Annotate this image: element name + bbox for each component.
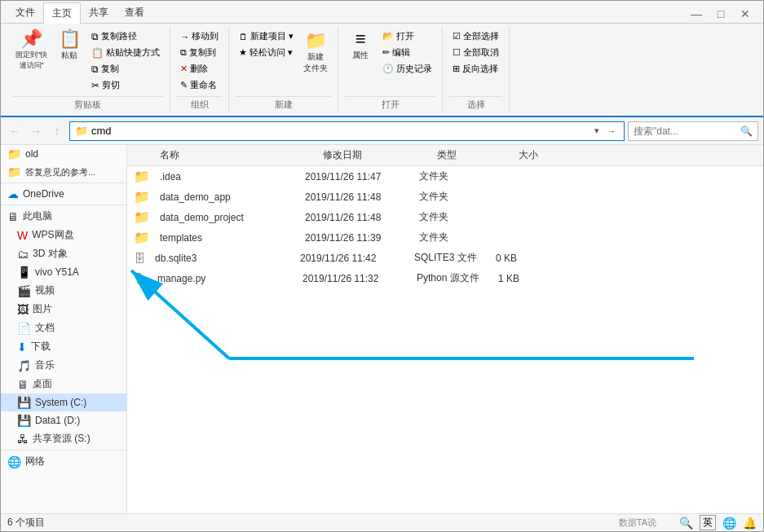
folder-icon: 📁 xyxy=(7,147,21,160)
search-taskbar-icon[interactable]: 🔍 xyxy=(679,517,693,530)
address-bar[interactable]: 📁 ▾ → xyxy=(69,121,625,141)
sidebar-item-onedrive[interactable]: ☁ OneDrive xyxy=(1,185,126,203)
sidebar-item-video[interactable]: 🎬 视频 xyxy=(1,281,126,300)
select-all-button[interactable]: ☑ 全部选择 xyxy=(449,29,502,44)
sidebar-item-picture[interactable]: 🖼 图片 xyxy=(1,300,126,319)
maximize-button[interactable]: □ xyxy=(709,5,732,23)
select-label: 选择 xyxy=(449,96,502,112)
col-size[interactable]: 大小 xyxy=(512,147,561,164)
tab-home[interactable]: 主页 xyxy=(43,2,81,24)
copy-icon: ⧉ xyxy=(91,64,99,75)
address-go-button[interactable]: → xyxy=(604,126,619,136)
history-button[interactable]: 🕐 历史记录 xyxy=(379,61,435,77)
copyto-icon: ⧉ xyxy=(180,47,187,58)
sidebar-item-network[interactable]: 🌐 网络 xyxy=(1,452,126,471)
file-row[interactable]: 📁 data_demo_project 2019/11/26 11:48 文件夹 xyxy=(127,207,763,227)
file-name: data_demo_project xyxy=(153,211,298,224)
folder-icon: 📁 xyxy=(134,189,150,204)
navbar: ← → ↑ 📁 ▾ → 🔍 xyxy=(1,117,763,145)
file-type: Python 源文件 xyxy=(410,270,492,286)
tab-file[interactable]: 文件 xyxy=(7,2,43,23)
language-indicator[interactable]: 英 xyxy=(700,515,716,530)
sidebar-item-wps[interactable]: W WPS网盘 xyxy=(1,226,126,244)
tab-view[interactable]: 查看 xyxy=(117,2,152,23)
copy-to-button[interactable]: ⧉ 复制到 xyxy=(177,45,222,60)
sidebar-item-datad[interactable]: 💾 Data1 (D:) xyxy=(1,411,126,429)
search-icon[interactable]: 🔍 xyxy=(740,125,753,137)
sidebar-item-fanhui[interactable]: 📁 答复意见的参考... xyxy=(1,163,126,181)
open-icon: 📂 xyxy=(382,31,394,42)
sidebar-item-download[interactable]: ⬇ 下载 xyxy=(1,337,126,356)
notification-icon[interactable]: 🔔 xyxy=(743,517,757,530)
file-date: 2019/11/26 11:32 xyxy=(296,272,410,285)
sidebar-item-systemc[interactable]: 💾 System (C:) xyxy=(1,394,126,411)
sidebar-item-doc[interactable]: 📄 文档 xyxy=(1,319,126,337)
organize-label: 组织 xyxy=(177,96,222,112)
col-type[interactable]: 类型 xyxy=(431,147,512,164)
new-folder-button[interactable]: 📁 新建文件夹 xyxy=(300,30,331,76)
search-bar[interactable]: 🔍 xyxy=(628,121,758,141)
download-icon: ⬇ xyxy=(17,341,27,354)
paste-button[interactable]: 📋 粘贴 xyxy=(54,29,85,63)
statusbar-right: 数据TA说 🔍 英 🌐 🔔 xyxy=(619,515,757,530)
move-to-button[interactable]: → 移动到 xyxy=(177,29,222,44)
tab-share[interactable]: 共享 xyxy=(81,2,117,23)
new-label: 新建 xyxy=(236,96,331,112)
col-name[interactable]: 名称 xyxy=(153,147,316,164)
cut-button[interactable]: ✂ 剪切 xyxy=(88,77,163,93)
scissors-icon: ✂ xyxy=(91,80,99,91)
sidebar-item-old[interactable]: 📁 old xyxy=(1,145,126,163)
sidebar-item-shares[interactable]: 🖧 共享资源 (S:) xyxy=(1,429,126,448)
file-header: 名称 修改日期 类型 大小 xyxy=(127,145,763,166)
db-icon: 🗄 xyxy=(134,252,145,265)
new-item-button[interactable]: 🗒 新建项目 ▾ xyxy=(236,29,297,44)
file-row[interactable]: 🐍 manage.py 2019/11/26 11:32 Python 源文件 … xyxy=(127,268,763,288)
forward-button[interactable]: → xyxy=(27,122,45,140)
delete-button[interactable]: ✕ 删除 xyxy=(177,61,222,77)
file-size: 0 KB xyxy=(489,252,538,265)
file-date: 2019/11/26 11:42 xyxy=(294,252,408,265)
open-button[interactable]: 📂 打开 xyxy=(379,29,435,44)
rename-button[interactable]: ✎ 重命名 xyxy=(177,77,222,93)
file-type: 文件夹 xyxy=(413,169,494,184)
col-date[interactable]: 修改日期 xyxy=(316,147,431,164)
ribbon-tabs: 文件 主页 共享 查看 — □ ✕ xyxy=(1,1,763,24)
select-none-button[interactable]: ☐ 全部取消 xyxy=(449,45,502,60)
sidebar-item-music[interactable]: 🎵 音乐 xyxy=(1,356,126,375)
drive-s-icon: 🖧 xyxy=(17,433,29,446)
edit-button[interactable]: ✏ 编辑 xyxy=(379,45,435,60)
3d-icon: 🗂 xyxy=(17,248,29,261)
desktop-icon: 🖥 xyxy=(17,378,29,391)
newitem-icon: 🗒 xyxy=(239,32,248,42)
network-taskbar-icon[interactable]: 🌐 xyxy=(722,517,736,530)
file-row[interactable]: 📁 .idea 2019/11/26 11:47 文件夹 xyxy=(127,166,763,187)
address-dropdown-button[interactable]: ▾ xyxy=(590,125,604,136)
easy-access-button[interactable]: ★ 轻松访问 ▾ xyxy=(236,45,297,60)
sidebar-item-vivo[interactable]: 📱 vivo Y51A xyxy=(1,263,126,281)
sidebar-item-3d[interactable]: 🗂 3D 对象 xyxy=(1,244,126,263)
copy-button[interactable]: ⧉ 复制 xyxy=(88,61,163,77)
copy-path-button[interactable]: ⧉ 复制路径 xyxy=(88,29,163,44)
address-folder-icon: 📁 xyxy=(75,125,88,137)
file-row[interactable]: 📁 data_demo_app 2019/11/26 11:48 文件夹 xyxy=(127,187,763,207)
up-button[interactable]: ↑ xyxy=(48,122,66,140)
paste-shortcut-button[interactable]: 📋 粘贴快捷方式 xyxy=(88,45,163,60)
file-name: db.sqlite3 xyxy=(148,252,294,265)
properties-button[interactable]: ≡ 属性 xyxy=(345,29,376,63)
sidebar-item-desktop[interactable]: 🖥 桌面 xyxy=(1,375,126,394)
back-button[interactable]: ← xyxy=(6,122,24,140)
file-row-templates[interactable]: 📁 templates 2019/11/26 11:39 文件夹 xyxy=(127,227,763,248)
search-input[interactable] xyxy=(634,125,737,137)
file-type: SQLITE3 文件 xyxy=(408,250,489,266)
minimize-button[interactable]: — xyxy=(685,5,708,23)
close-button[interactable]: ✕ xyxy=(734,5,757,23)
folder-icon: 📁 xyxy=(7,165,21,178)
address-input[interactable] xyxy=(91,125,590,137)
select-invert-button[interactable]: ⊞ 反向选择 xyxy=(449,61,502,77)
pin-button[interactable]: 📌 固定到"快速访问" xyxy=(12,29,51,73)
ribbon-group-select: ☑ 全部选择 ☐ 全部取消 ⊞ 反向选择 选择 xyxy=(443,27,510,112)
file-row[interactable]: 🗄 db.sqlite3 2019/11/26 11:42 SQLITE3 文件… xyxy=(127,248,763,268)
file-date: 2019/11/26 11:48 xyxy=(298,191,413,204)
network-icon: 🌐 xyxy=(7,455,21,468)
sidebar-item-thispc[interactable]: 🖥 此电脑 xyxy=(1,207,126,226)
